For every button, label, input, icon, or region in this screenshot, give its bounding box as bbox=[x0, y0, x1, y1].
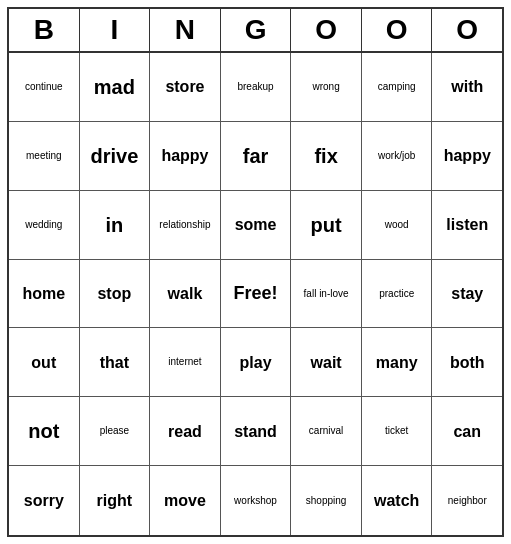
cell-6-5: watch bbox=[362, 466, 433, 535]
cell-0-1: mad bbox=[80, 53, 151, 122]
cell-4-6: both bbox=[432, 328, 502, 397]
cell-0-0: continue bbox=[9, 53, 80, 122]
cell-1-5: work/job bbox=[362, 122, 433, 191]
cell-3-4: fall in-love bbox=[291, 260, 362, 329]
cell-1-2: happy bbox=[150, 122, 221, 191]
header-cell-b0: B bbox=[9, 9, 80, 53]
cell-4-3: play bbox=[221, 328, 292, 397]
cell-0-2: store bbox=[150, 53, 221, 122]
cell-2-4: put bbox=[291, 191, 362, 260]
cell-2-3: some bbox=[221, 191, 292, 260]
cell-5-0: not bbox=[9, 397, 80, 466]
cell-3-5: practice bbox=[362, 260, 433, 329]
grid-row-1: meetingdrivehappyfarfixwork/jobhappy bbox=[9, 122, 502, 191]
cell-6-3: workshop bbox=[221, 466, 292, 535]
grid-row-0: continuemadstorebreakupwrongcampingwith bbox=[9, 53, 502, 122]
cell-6-4: shopping bbox=[291, 466, 362, 535]
cell-0-5: camping bbox=[362, 53, 433, 122]
header-cell-o4: O bbox=[291, 9, 362, 53]
cell-4-4: wait bbox=[291, 328, 362, 397]
cell-1-3: far bbox=[221, 122, 292, 191]
grid-row-3: homestopwalkFree!fall in-lovepracticesta… bbox=[9, 260, 502, 329]
header-cell-n2: N bbox=[150, 9, 221, 53]
cell-5-1: please bbox=[80, 397, 151, 466]
cell-0-6: with bbox=[432, 53, 502, 122]
cell-3-1: stop bbox=[80, 260, 151, 329]
cell-0-3: breakup bbox=[221, 53, 292, 122]
cell-5-6: can bbox=[432, 397, 502, 466]
cell-6-1: right bbox=[80, 466, 151, 535]
header-cell-o5: O bbox=[362, 9, 433, 53]
header-cell-o6: O bbox=[432, 9, 502, 53]
cell-4-2: internet bbox=[150, 328, 221, 397]
cell-6-2: move bbox=[150, 466, 221, 535]
grid-row-5: notpleasereadstandcarnivalticketcan bbox=[9, 397, 502, 466]
grid-row-6: sorryrightmoveworkshopshoppingwatchneigh… bbox=[9, 466, 502, 535]
grid-row-2: weddinginrelationshipsomeputwoodlisten bbox=[9, 191, 502, 260]
bingo-card: BINGOOO continuemadstorebreakupwrongcamp… bbox=[7, 7, 504, 537]
cell-1-1: drive bbox=[80, 122, 151, 191]
cell-2-2: relationship bbox=[150, 191, 221, 260]
cell-4-0: out bbox=[9, 328, 80, 397]
cell-1-6: happy bbox=[432, 122, 502, 191]
cell-6-6: neighbor bbox=[432, 466, 502, 535]
cell-5-4: carnival bbox=[291, 397, 362, 466]
bingo-grid: continuemadstorebreakupwrongcampingwithm… bbox=[9, 53, 502, 535]
grid-row-4: outthatinternetplaywaitmanyboth bbox=[9, 328, 502, 397]
header-cell-i1: I bbox=[80, 9, 151, 53]
cell-2-0: wedding bbox=[9, 191, 80, 260]
header-row: BINGOOO bbox=[9, 9, 502, 53]
cell-6-0: sorry bbox=[9, 466, 80, 535]
cell-5-5: ticket bbox=[362, 397, 433, 466]
cell-3-3: Free! bbox=[221, 260, 292, 329]
cell-2-1: in bbox=[80, 191, 151, 260]
cell-5-2: read bbox=[150, 397, 221, 466]
header-cell-g3: G bbox=[221, 9, 292, 53]
cell-5-3: stand bbox=[221, 397, 292, 466]
cell-0-4: wrong bbox=[291, 53, 362, 122]
cell-3-2: walk bbox=[150, 260, 221, 329]
cell-4-5: many bbox=[362, 328, 433, 397]
cell-3-6: stay bbox=[432, 260, 502, 329]
cell-4-1: that bbox=[80, 328, 151, 397]
cell-3-0: home bbox=[9, 260, 80, 329]
cell-2-6: listen bbox=[432, 191, 502, 260]
cell-1-0: meeting bbox=[9, 122, 80, 191]
cell-1-4: fix bbox=[291, 122, 362, 191]
cell-2-5: wood bbox=[362, 191, 433, 260]
